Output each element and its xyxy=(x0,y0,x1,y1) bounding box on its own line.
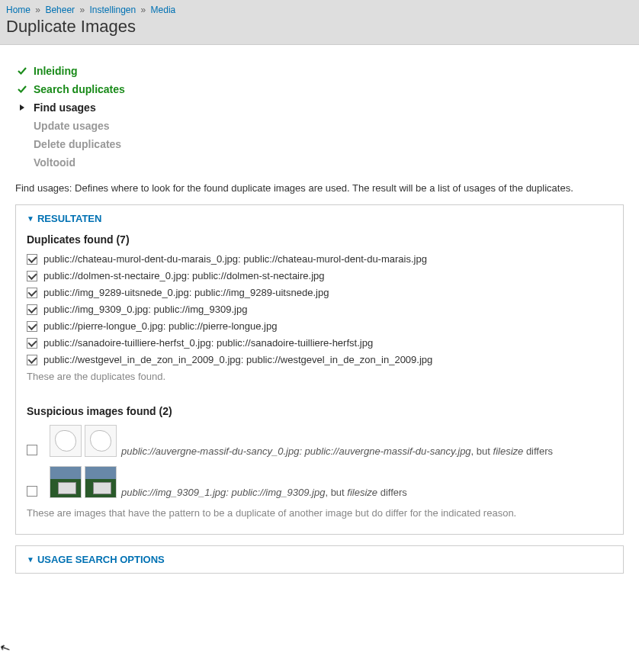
suspicious-checkbox[interactable] xyxy=(27,486,37,497)
breadcrumb-media[interactable]: Media xyxy=(151,5,176,15)
triangle-down-icon: ▼ xyxy=(27,214,34,223)
step-label: Delete duplicates xyxy=(34,138,121,150)
check-icon xyxy=(15,66,29,76)
thumbnail-icon xyxy=(50,466,82,498)
duplicate-checkbox[interactable] xyxy=(27,271,37,281)
suspicious-label: public://img_9309_1.jpg: public://img_93… xyxy=(121,487,407,498)
suspicious-hint: These are images that have the pattern t… xyxy=(27,507,612,519)
step-label: Find usages xyxy=(34,101,96,114)
suspicious-list: public://auvergne-massif-du-sancy_0.jpg:… xyxy=(27,425,612,498)
wizard-steps: Inleiding Search duplicates Find usages … xyxy=(15,65,624,169)
breadcrumb-sep: » xyxy=(79,5,85,15)
duplicate-row: public://img_9309_0.jpg: public://img_93… xyxy=(27,304,612,315)
duplicate-label: public://sanadoire-tuilliere-herfst_0.jp… xyxy=(43,337,373,349)
step-inleiding: Inleiding xyxy=(15,65,624,77)
duplicate-row: public://sanadoire-tuilliere-herfst_0.jp… xyxy=(27,337,612,349)
duplicate-checkbox[interactable] xyxy=(27,355,37,365)
duplicate-row: public://chateau-murol-dent-du-marais_0.… xyxy=(27,253,612,265)
duplicate-checkbox[interactable] xyxy=(27,321,37,332)
duplicate-checkbox[interactable] xyxy=(27,304,37,315)
step-label: Inleiding xyxy=(34,65,78,77)
breadcrumb-beheer[interactable]: Beheer xyxy=(45,5,75,15)
suspicious-checkbox[interactable] xyxy=(27,445,37,455)
usage-panel-toggle[interactable]: ▼ USAGE SEARCH OPTIONS xyxy=(27,554,612,565)
thumbnail-icon xyxy=(85,466,117,498)
thumbnail-pair xyxy=(50,425,117,457)
duplicate-row: public://img_9289-uitsnede_0.jpg: public… xyxy=(27,287,612,298)
breadcrumb-sep: » xyxy=(141,5,146,15)
duplicate-label: public://img_9289-uitsnede_0.jpg: public… xyxy=(43,287,329,298)
results-panel: ▼ RESULTATEN Duplicates found (7) public… xyxy=(15,204,624,535)
header: Home » Beheer » Instellingen » Media Dup… xyxy=(0,0,639,45)
panel-title-text: RESULTATEN xyxy=(37,213,102,224)
duplicate-label: public://westgevel_in_de_zon_in_2009_0.j… xyxy=(43,354,432,365)
thumbnail-icon xyxy=(50,425,82,457)
step-update: Update usages xyxy=(15,120,624,132)
duplicate-label: public://pierre-longue_0.jpg: public://p… xyxy=(43,320,277,332)
step-description: Find usages: Defines where to look for t… xyxy=(15,182,624,194)
thumbnail-icon xyxy=(85,425,117,457)
duplicate-checkbox[interactable] xyxy=(27,254,37,265)
step-label: Search duplicates xyxy=(34,83,125,95)
duplicate-checkbox[interactable] xyxy=(27,338,37,349)
step-label: Voltooid xyxy=(34,156,75,169)
check-icon xyxy=(15,84,29,95)
usage-search-panel: ▼ USAGE SEARCH OPTIONS xyxy=(15,545,624,574)
triangle-down-icon: ▼ xyxy=(27,555,34,564)
duplicate-label: public://chateau-murol-dent-du-marais_0.… xyxy=(43,253,427,265)
results-panel-toggle[interactable]: ▼ RESULTATEN xyxy=(27,213,612,224)
duplicates-heading: Duplicates found (7) xyxy=(27,233,612,246)
step-delete: Delete duplicates xyxy=(15,138,624,150)
breadcrumb: Home » Beheer » Instellingen » Media xyxy=(6,5,631,15)
duplicate-label: public://dolmen-st-nectaire_0.jpg: publi… xyxy=(43,270,325,281)
suspicious-row: public://img_9309_1.jpg: public://img_93… xyxy=(27,466,612,498)
thumbnail-pair xyxy=(50,466,117,498)
page-title: Duplicate Images xyxy=(6,17,631,37)
panel-title-text: USAGE SEARCH OPTIONS xyxy=(37,554,165,565)
duplicate-checkbox[interactable] xyxy=(27,288,37,298)
breadcrumb-sep: » xyxy=(35,5,40,15)
step-find: Find usages xyxy=(15,101,624,114)
suspicious-heading: Suspicious images found (2) xyxy=(27,405,612,417)
step-voltooid: Voltooid xyxy=(15,156,624,169)
step-label: Update usages xyxy=(34,120,110,132)
duplicates-hint: These are the duplicates found. xyxy=(27,371,612,382)
duplicate-label: public://img_9309_0.jpg: public://img_93… xyxy=(43,304,247,315)
step-search: Search duplicates xyxy=(15,83,624,95)
suspicious-row: public://auvergne-massif-du-sancy_0.jpg:… xyxy=(27,425,612,457)
breadcrumb-home[interactable]: Home xyxy=(6,5,31,15)
duplicates-list: public://chateau-murol-dent-du-marais_0.… xyxy=(27,253,612,365)
duplicate-row: public://westgevel_in_de_zon_in_2009_0.j… xyxy=(27,354,612,365)
breadcrumb-instellingen[interactable]: Instellingen xyxy=(89,5,136,15)
duplicate-row: public://dolmen-st-nectaire_0.jpg: publi… xyxy=(27,270,612,281)
arrow-right-icon xyxy=(15,104,29,111)
suspicious-label: public://auvergne-massif-du-sancy_0.jpg:… xyxy=(121,445,553,457)
duplicate-row: public://pierre-longue_0.jpg: public://p… xyxy=(27,320,612,332)
